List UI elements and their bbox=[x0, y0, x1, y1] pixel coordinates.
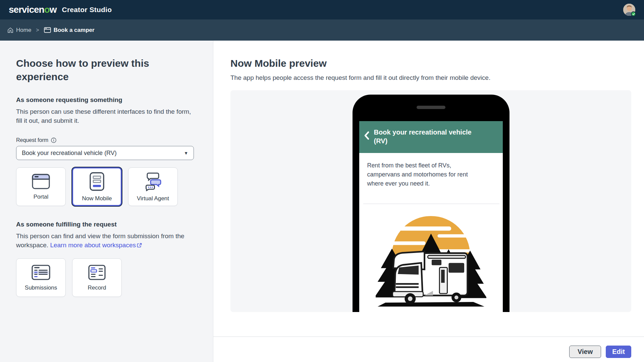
experience-card-icon bbox=[44, 27, 51, 33]
virtual-agent-icon bbox=[143, 172, 163, 191]
breadcrumb-separator: > bbox=[36, 27, 39, 33]
phone-form-title: Book your recreational vehicle (RV) bbox=[374, 126, 475, 145]
top-app-bar: servicenow Creator Studio bbox=[0, 0, 644, 19]
request-form-label: Request form bbox=[16, 137, 48, 143]
action-footer: View Edit bbox=[213, 337, 644, 362]
fulfilling-options-row: Submissions Record bbox=[16, 258, 197, 297]
phone-form-description: Rent from the best fleet of RVs, camperv… bbox=[367, 161, 478, 188]
breadcrumb-current-label: Book a camper bbox=[54, 27, 95, 34]
external-link-icon bbox=[137, 243, 142, 248]
breadcrumb-home[interactable]: Home bbox=[7, 27, 31, 34]
phone-speaker bbox=[417, 106, 445, 109]
app-title: Creator Studio bbox=[62, 6, 112, 14]
option-label: Submissions bbox=[25, 285, 57, 291]
submissions-icon bbox=[31, 264, 51, 280]
preview-options-panel: Choose how to preview this experience As… bbox=[0, 41, 213, 362]
online-status-badge bbox=[631, 11, 636, 16]
breadcrumb-home-label: Home bbox=[16, 27, 31, 34]
phone-preview-area: Book your recreational vehicle (RV) Rent… bbox=[230, 90, 631, 312]
view-button[interactable]: View bbox=[569, 346, 601, 358]
option-card-virtual-agent[interactable]: Virtual Agent bbox=[128, 167, 178, 206]
request-form-select[interactable]: Book your recreational vehicle (RV) ▼ bbox=[16, 146, 194, 160]
breadcrumb: Home > Book a camper bbox=[0, 19, 644, 41]
option-card-record[interactable]: Record bbox=[72, 258, 122, 297]
preview-panel: Now Mobile preview The app helps people … bbox=[213, 41, 644, 362]
panel-title: Choose how to preview this experience bbox=[16, 57, 160, 84]
option-card-portal[interactable]: Portal bbox=[16, 167, 66, 206]
chevron-down-icon: ▼ bbox=[184, 151, 188, 156]
option-label: Now Mobile bbox=[82, 195, 112, 202]
phone-screen: Book your recreational vehicle (RV) Rent… bbox=[359, 121, 503, 312]
option-label: Portal bbox=[34, 194, 48, 200]
divider bbox=[363, 204, 499, 204]
main-content: Choose how to preview this experience As… bbox=[0, 41, 644, 362]
requesting-options-row: Portal Now Mobile bbox=[16, 167, 197, 206]
logo-text-2: w bbox=[50, 4, 57, 15]
portal-icon bbox=[31, 173, 51, 190]
preview-subtitle: The app helps people access the request … bbox=[230, 74, 631, 82]
requesting-description: This person can use these different inte… bbox=[16, 107, 197, 125]
rv-camper-illustration bbox=[376, 209, 486, 309]
phone-body: Rent from the best fleet of RVs, camperv… bbox=[359, 153, 503, 309]
logo-green-o: o bbox=[44, 4, 50, 15]
option-label: Virtual Agent bbox=[137, 195, 169, 202]
breadcrumb-current: Book a camper bbox=[44, 27, 95, 34]
check-icon bbox=[632, 13, 635, 15]
option-card-now-mobile[interactable]: Now Mobile bbox=[72, 167, 122, 206]
phone-mockup: Book your recreational vehicle (RV) Rent… bbox=[353, 95, 509, 312]
fulfilling-heading: As someone fulfilling the request bbox=[16, 221, 197, 228]
learn-more-link[interactable]: Learn more about workspaces bbox=[50, 242, 142, 249]
home-icon bbox=[7, 27, 13, 33]
preview-title: Now Mobile preview bbox=[230, 57, 631, 70]
logo-text-1: servicen bbox=[9, 4, 44, 15]
edit-button[interactable]: Edit bbox=[606, 346, 631, 358]
requesting-heading: As someone requesting something bbox=[16, 96, 197, 104]
user-avatar[interactable] bbox=[623, 4, 635, 16]
info-icon[interactable] bbox=[51, 138, 56, 143]
requesting-section: As someone requesting something This per… bbox=[16, 96, 197, 206]
option-card-submissions[interactable]: Submissions bbox=[16, 258, 66, 297]
now-mobile-icon bbox=[89, 172, 105, 191]
record-icon bbox=[88, 264, 106, 280]
fulfilling-section: As someone fulfilling the request This p… bbox=[16, 221, 197, 297]
fulfilling-description: This person can find and view the form s… bbox=[16, 231, 199, 250]
back-chevron-icon[interactable] bbox=[364, 131, 369, 140]
request-form-selected-value: Book your recreational vehicle (RV) bbox=[22, 150, 117, 157]
servicenow-logo: servicenow bbox=[9, 4, 57, 15]
option-label: Record bbox=[88, 285, 106, 291]
learn-more-link-label: Learn more about workspaces bbox=[50, 242, 136, 249]
phone-app-header: Book your recreational vehicle (RV) bbox=[359, 121, 503, 153]
